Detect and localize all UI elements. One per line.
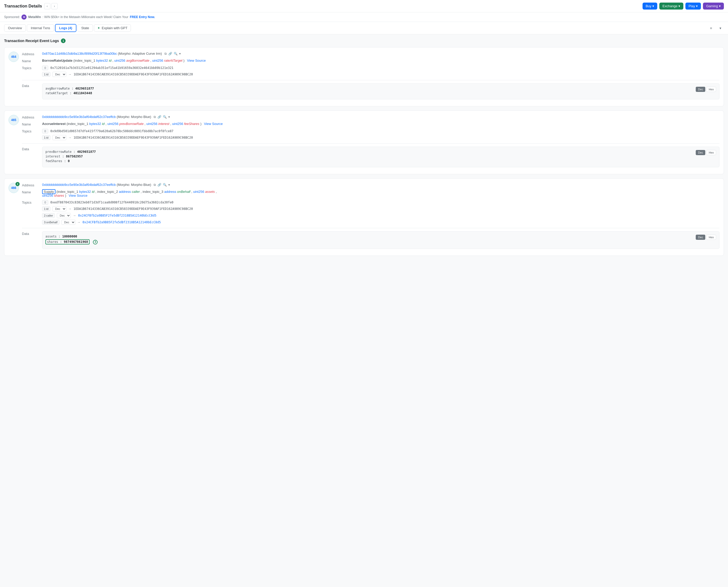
exchange-button[interactable]: Exchange ▾ bbox=[659, 3, 683, 9]
next-arrow-icon: › bbox=[54, 4, 55, 8]
topic-value-3-466[interactable]: 0x24CFBfb2a9B85F2fe5dBf2318B5A12140bEcC8… bbox=[83, 220, 161, 224]
log-value-name-464: BorrowRateUpdate (index_topic_1 bytes32 … bbox=[42, 58, 720, 63]
tabs-right: ≡ ▾ bbox=[707, 25, 724, 32]
fn-paren-close-464: ) bbox=[183, 58, 184, 63]
chevron-down-icon-464[interactable]: ▾ bbox=[179, 52, 181, 55]
topic-hash-0-466: 0xedf8870433c83823eb071d3df1caa8d008f12f… bbox=[50, 201, 173, 204]
sponsor-text: : WIN $50k+ in the Metawin Millionaire e… bbox=[43, 15, 128, 19]
chevron-down-icon-466[interactable]: ▾ bbox=[168, 183, 170, 187]
log-value-topics-464: 0 0x7120161a7b3d31251e01294ab351ef15a41b… bbox=[42, 66, 720, 77]
gaming-button[interactable]: Gaming ▾ bbox=[703, 3, 724, 9]
view-source-466[interactable]: View Source bbox=[69, 194, 88, 197]
topic-decode-select-2-466[interactable]: DecHex bbox=[57, 213, 71, 218]
log-header-465: 465 Address 0xbbbbbbbbbb9cc5e90e3b3af64b… bbox=[8, 115, 720, 170]
search-icon-464[interactable]: 🔍 bbox=[174, 52, 178, 55]
dec-btn-466[interactable]: Dec bbox=[696, 235, 706, 240]
topic-id-badge-1-465: 1:id bbox=[42, 135, 50, 140]
address-link-465[interactable]: 0xbbbbbbbbbb9cc5e90e3b3af64bdaf62c37eeff… bbox=[42, 115, 116, 119]
tab-explain-gpt[interactable]: ✦ Explain with GPT bbox=[94, 24, 131, 32]
nav-arrows: ‹ › bbox=[44, 3, 57, 9]
topic-hash-0-465: 0x9d9bd501d0657d7dfe415f779a620a62b78bc5… bbox=[50, 129, 173, 133]
dec-btn-465[interactable]: Dec bbox=[696, 150, 706, 155]
log-row-data-464: Data avgBorrowRate : 4029651877 rateAtTa… bbox=[22, 84, 720, 99]
topic-value-1-464: 1EDA1B67414336CAB3914316CB58339DDAEF9E43… bbox=[74, 73, 193, 76]
data-value-row-1-466: assets : 10000000 bbox=[45, 235, 98, 238]
log-label-name-465: Name bbox=[22, 122, 40, 126]
prev-arrow-button[interactable]: ‹ bbox=[44, 3, 50, 9]
fn-sep2-465: , bbox=[145, 122, 146, 126]
data-values-465: prevBorrowRate : 4029651877 interest : 8… bbox=[45, 150, 96, 164]
copy-icon-464[interactable]: ⧉ bbox=[164, 52, 167, 55]
address-link-464[interactable]: 0x870ac11d48b15db9a138cf899d20f13f79ba00… bbox=[42, 52, 117, 55]
search-icon-466[interactable]: 🔍 bbox=[163, 183, 167, 187]
topic-arrow-1-465: → bbox=[68, 136, 71, 139]
annotation-badge-3: 3 bbox=[93, 240, 98, 244]
log-row-topics-465: Topics 0 0x9d9bd501d0657d7dfe415f779a620… bbox=[22, 129, 720, 140]
topic-row-1-464: 1:id DecHex → 1EDA1B67414336CAB3914316CB… bbox=[42, 72, 720, 77]
hex-btn-466[interactable]: Hex bbox=[706, 235, 716, 240]
tabs-bar: Overview Internal Txns Logs (4) State ✦ … bbox=[0, 22, 728, 34]
log-label-data-465: Data bbox=[22, 147, 40, 151]
log-index-465: 465 bbox=[8, 115, 19, 125]
log-value-data-466: assets : 10000000 shares : 9874967861968… bbox=[42, 231, 720, 249]
log-header-464: 464 Address 0x870ac11d48b15db9a138cf899d… bbox=[8, 52, 720, 102]
fn-param3-466: onBehalf bbox=[177, 190, 190, 194]
log-label-data-466: Data bbox=[22, 231, 40, 236]
copy-icon-466[interactable]: ⧉ bbox=[154, 183, 156, 187]
fn-paren-close-465: ) bbox=[200, 122, 202, 126]
tab-internal-txns[interactable]: Internal Txns bbox=[27, 24, 54, 32]
dec-btn-464[interactable]: Dec bbox=[696, 87, 706, 92]
fn-sep1-464: , bbox=[112, 58, 114, 63]
link-icon-466[interactable]: 🔗 bbox=[158, 183, 161, 187]
topic-id-badge-1-466: 1:id bbox=[42, 207, 50, 211]
list-view-icon[interactable]: ≡ bbox=[707, 25, 714, 32]
data-value-row-3-465: feeShares : 0 bbox=[45, 159, 96, 163]
view-source-464[interactable]: View Source bbox=[187, 58, 206, 63]
log-value-name-466: Supply (index_topic_1 bytes32 id , index… bbox=[42, 190, 720, 197]
tabs-container: Overview Internal Txns Logs (4) State ✦ … bbox=[4, 24, 131, 34]
tab-state[interactable]: State bbox=[77, 24, 93, 32]
link-icon-465[interactable]: 🔗 bbox=[158, 115, 161, 119]
topic-decode-select-3-466[interactable]: DecHex bbox=[62, 220, 75, 225]
topic-decode-select-1-464[interactable]: DecHex bbox=[52, 72, 66, 77]
topic-value-2-466[interactable]: 0x24CFBfb2a9B85F2fe5dBf2318B5A12140bEcC8… bbox=[78, 214, 156, 217]
data-values-466: assets : 10000000 shares : 9874967861968… bbox=[45, 235, 98, 245]
log-card-466: 466 2 Address 0xbbbbbbbbbb9cc5e90e3b3af6… bbox=[4, 179, 724, 256]
next-arrow-button[interactable]: › bbox=[51, 3, 57, 9]
search-icon-465[interactable]: 🔍 bbox=[163, 115, 167, 119]
topic-id-badge-3-466: 3:onBehalf bbox=[42, 220, 60, 225]
topic-decode-select-1-466[interactable]: DecHex bbox=[52, 206, 66, 211]
dec-hex-btns-465: Dec Hex bbox=[696, 150, 716, 155]
fn-param2-465: prevBorrowRate bbox=[119, 122, 143, 126]
log-label-topics-466: Topics bbox=[22, 200, 40, 205]
fn-paren-open-464: (index_topic_1 bbox=[73, 58, 96, 63]
log-row-name-465: Name AccrueInterest (index_topic_1 bytes… bbox=[22, 122, 720, 126]
view-source-465[interactable]: View Source bbox=[204, 122, 223, 126]
sponsor-link[interactable]: FREE Entry Now. bbox=[130, 15, 155, 19]
address-link-466[interactable]: 0xbbbbbbbbbb9cc5e90e3b3af64bdaf62c37eeff… bbox=[42, 183, 116, 187]
log-value-address-466: 0xbbbbbbbbbb9cc5e90e3b3af64bdaf62c37eeff… bbox=[42, 183, 720, 187]
dec-hex-btns-464: Dec Hex bbox=[696, 87, 716, 92]
buy-button[interactable]: Buy ▾ bbox=[642, 3, 657, 9]
fn-param3-464: rateAtTarget bbox=[164, 58, 183, 63]
chevron-down-icon-465[interactable]: ▾ bbox=[168, 115, 170, 119]
fn-sep3-465: , bbox=[170, 122, 172, 126]
main-content: Transaction Receipt Event Logs 1 464 Add… bbox=[0, 34, 728, 264]
chevron-down-icon[interactable]: ▾ bbox=[717, 25, 724, 32]
topic-row-0-464: 0 0x7120161a7b3d31251e01294ab351ef15a41b… bbox=[42, 66, 720, 70]
tab-logs[interactable]: Logs (4) bbox=[55, 24, 76, 32]
log-value-data-465: prevBorrowRate : 4029651877 interest : 8… bbox=[42, 147, 720, 167]
topic-index-0-465: 0 bbox=[42, 129, 48, 134]
addr-icons-465: ⧉ 🔗 🔍 ▾ bbox=[154, 115, 170, 119]
log-index-466: 466 2 bbox=[8, 183, 19, 193]
link-icon-464[interactable]: 🔗 bbox=[168, 52, 172, 55]
annotation-badge-2: 2 bbox=[16, 182, 20, 186]
fn-paren-open-465: (index_topic_1 bbox=[67, 122, 89, 126]
tab-overview[interactable]: Overview bbox=[4, 24, 26, 32]
hex-btn-464[interactable]: Hex bbox=[706, 87, 716, 92]
log-row-name-464: Name BorrowRateUpdate (index_topic_1 byt… bbox=[22, 58, 720, 63]
copy-icon-465[interactable]: ⧉ bbox=[154, 115, 156, 119]
topic-decode-select-1-465[interactable]: DecHex bbox=[52, 135, 66, 140]
hex-btn-465[interactable]: Hex bbox=[706, 150, 716, 155]
play-button[interactable]: Play ▾ bbox=[685, 3, 701, 9]
